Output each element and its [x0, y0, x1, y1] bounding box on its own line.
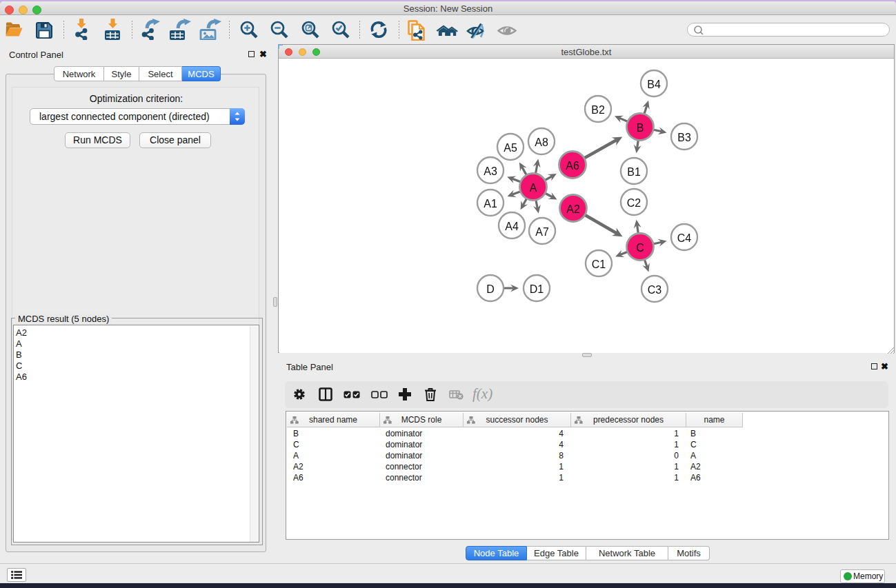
svg-text:A2: A2: [566, 203, 580, 215]
svg-text:B: B: [637, 122, 644, 134]
svg-text:D1: D1: [530, 283, 544, 295]
svg-text:B1: B1: [627, 166, 641, 178]
svg-text:C4: C4: [677, 232, 692, 244]
svg-text:B2: B2: [591, 104, 605, 116]
svg-text:C3: C3: [648, 284, 662, 296]
svg-text:C2: C2: [627, 197, 641, 209]
svg-text:A6: A6: [566, 160, 579, 172]
svg-text:C: C: [636, 242, 644, 254]
svg-text:A3: A3: [484, 165, 497, 177]
svg-text:D: D: [486, 283, 495, 295]
svg-text:A7: A7: [535, 226, 549, 238]
svg-text:A8: A8: [535, 136, 548, 148]
svg-text:A1: A1: [484, 198, 497, 210]
svg-text:C1: C1: [592, 258, 606, 270]
svg-text:A: A: [530, 182, 537, 194]
svg-text:B3: B3: [677, 132, 691, 143]
svg-text:A4: A4: [505, 221, 519, 232]
svg-text:B4: B4: [647, 79, 661, 90]
svg-text:A5: A5: [504, 142, 517, 154]
